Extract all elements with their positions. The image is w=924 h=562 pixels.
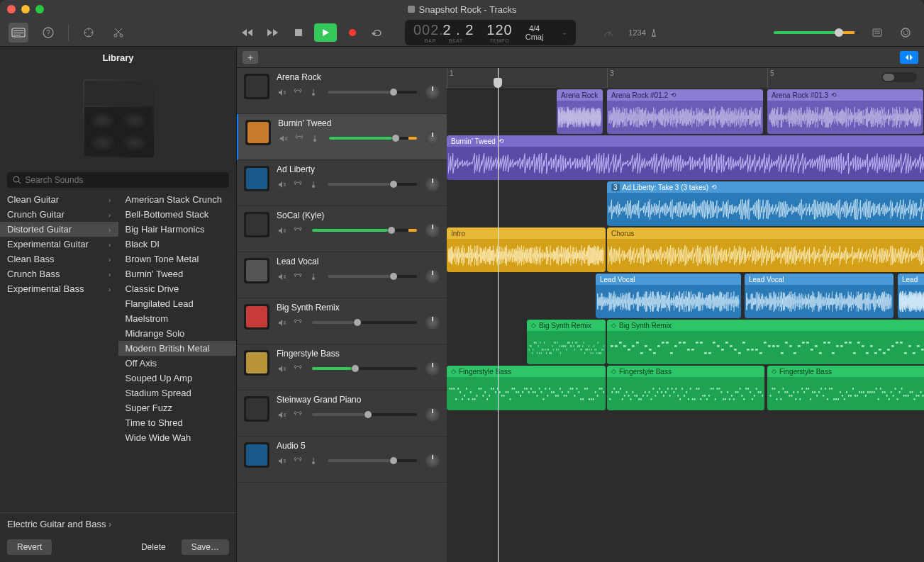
master-volume[interactable] xyxy=(774,31,859,34)
category-item[interactable]: Experimental Bass› xyxy=(0,281,118,296)
mute-button[interactable] xyxy=(277,87,288,97)
track-header[interactable]: Ad Liberty xyxy=(237,160,447,206)
cycle-button[interactable] xyxy=(368,25,388,40)
category-item[interactable]: Distorted Guitar› xyxy=(0,222,118,237)
volume-slider[interactable] xyxy=(328,459,417,462)
patch-item[interactable]: Bell-Bottomed Stack xyxy=(118,207,237,222)
solo-button[interactable] xyxy=(292,410,304,420)
region[interactable]: ◇Fingerstyle Bass xyxy=(607,366,764,410)
pan-knob[interactable] xyxy=(425,269,440,283)
track-header[interactable]: SoCal (Kyle) xyxy=(237,206,447,252)
mute-button[interactable] xyxy=(277,364,288,373)
mute-button[interactable] xyxy=(277,456,288,466)
patch-item[interactable]: Wide Wide Wah xyxy=(118,430,237,445)
solo-button[interactable] xyxy=(292,271,304,281)
solo-button[interactable] xyxy=(292,225,304,235)
patch-item[interactable]: Maelstrom xyxy=(118,311,237,326)
add-track-button[interactable]: + xyxy=(243,51,258,64)
region[interactable]: Arena Rock #01.3⟲ xyxy=(767,89,923,134)
mute-button[interactable] xyxy=(277,410,288,420)
track-header[interactable]: Audio 5 xyxy=(237,437,447,483)
input-monitor-button[interactable] xyxy=(308,456,319,466)
lcd-tempo[interactable]: 120 xyxy=(486,22,512,38)
solo-button[interactable] xyxy=(294,133,305,143)
volume-slider[interactable] xyxy=(312,321,417,324)
mute-button[interactable] xyxy=(277,317,288,327)
patch-item[interactable]: Burnin' Tweed xyxy=(118,266,237,281)
pan-knob[interactable] xyxy=(425,408,440,422)
patch-item[interactable]: Big Hair Harmonics xyxy=(118,222,237,237)
patch-item[interactable]: Brown Tone Metal xyxy=(118,252,237,266)
ruler[interactable]: 1357911 xyxy=(447,68,924,89)
patch-item[interactable]: Classic Drive xyxy=(118,281,237,296)
track-header[interactable]: Lead Vocal xyxy=(237,252,447,298)
region[interactable]: Intro xyxy=(447,227,606,272)
category-item[interactable]: Experimental Guitar› xyxy=(0,237,118,252)
pan-knob[interactable] xyxy=(425,85,440,99)
lcd-display[interactable]: 002.2.22 . 2 BARBEAT 120 TEMPO 4/4 Cmaj … xyxy=(405,20,576,45)
region[interactable]: Lead Vocal xyxy=(745,274,894,318)
region[interactable]: Arena Rock xyxy=(557,89,603,134)
mute-button[interactable] xyxy=(277,271,288,281)
lcd-expand[interactable]: ⌄ xyxy=(562,28,567,36)
region[interactable]: ◇Fingerstyle Bass xyxy=(767,366,924,410)
input-monitor-button[interactable] xyxy=(309,133,321,143)
patch-item[interactable]: Stadium Spread xyxy=(118,386,237,400)
category-item[interactable]: Crunch Bass› xyxy=(0,266,118,281)
timeline[interactable]: 1357911 Arena RockArena Rock #01.2⟲Arena… xyxy=(447,68,924,562)
volume-slider[interactable] xyxy=(329,137,417,140)
solo-button[interactable] xyxy=(292,456,304,466)
library-toggle[interactable] xyxy=(9,23,28,43)
save-button[interactable]: Save… xyxy=(182,539,229,555)
lcd-timesig[interactable]: 4/4 xyxy=(529,24,540,33)
region[interactable]: 3Ad Liberty: Take 3 (3 takes)⟲ xyxy=(607,181,924,226)
category-item[interactable]: Crunch Guitar› xyxy=(0,207,118,222)
region[interactable]: Lead Vocal xyxy=(596,274,741,318)
playhead[interactable] xyxy=(498,68,499,562)
solo-button[interactable] xyxy=(292,87,304,97)
input-monitor-button[interactable] xyxy=(308,179,319,189)
minimize-window[interactable] xyxy=(21,5,30,13)
patch-item[interactable]: Black DI xyxy=(118,237,237,252)
horizontal-zoom[interactable] xyxy=(881,72,917,82)
track-header[interactable]: Arena Rock xyxy=(237,68,447,114)
category-item[interactable]: Clean Bass› xyxy=(0,252,118,266)
track-header[interactable]: Fingerstyle Bass xyxy=(237,344,447,390)
metronome-icon[interactable] xyxy=(649,28,659,38)
search-input[interactable] xyxy=(25,175,223,185)
volume-slider[interactable] xyxy=(312,367,417,370)
track-header[interactable]: Burnin' Tweed xyxy=(237,114,447,160)
region[interactable]: Lead xyxy=(898,274,924,318)
patch-item[interactable]: Modern British Metal xyxy=(118,341,237,356)
volume-slider[interactable] xyxy=(312,413,417,416)
input-monitor-button[interactable] xyxy=(308,271,319,281)
volume-slider[interactable] xyxy=(328,91,417,94)
pan-knob[interactable] xyxy=(425,223,440,237)
close-window[interactable] xyxy=(7,5,16,13)
volume-slider[interactable] xyxy=(312,229,417,232)
smart-controls-icon[interactable] xyxy=(79,23,99,43)
pan-knob[interactable] xyxy=(425,454,440,468)
breadcrumb[interactable]: Electric Guitar and Bass › xyxy=(0,513,236,535)
patch-item[interactable]: Time to Shred xyxy=(118,415,237,430)
delete-button[interactable]: Delete xyxy=(131,539,176,555)
maximize-window[interactable] xyxy=(35,5,44,13)
patch-item[interactable]: Off Axis xyxy=(118,356,237,371)
region[interactable]: ◇Big Synth Remix xyxy=(607,320,924,364)
region[interactable]: ◇Fingerstyle Bass xyxy=(447,366,606,410)
forward-button[interactable] xyxy=(263,25,283,40)
solo-button[interactable] xyxy=(292,364,304,373)
pan-knob[interactable] xyxy=(425,131,440,145)
record-button[interactable] xyxy=(343,25,362,40)
region[interactable]: Burnin' Tweed⟲ xyxy=(447,135,924,180)
patch-item[interactable]: Souped Up Amp xyxy=(118,371,237,386)
input-monitor-button[interactable] xyxy=(308,87,319,97)
mute-button[interactable] xyxy=(277,179,288,189)
patch-item[interactable]: Midrange Solo xyxy=(118,326,237,341)
play-button[interactable] xyxy=(314,23,337,42)
mute-button[interactable] xyxy=(278,133,289,143)
patch-item[interactable]: American Stack Crunch xyxy=(118,192,237,207)
solo-button[interactable] xyxy=(292,179,304,189)
revert-button[interactable]: Revert xyxy=(7,539,52,555)
region[interactable]: ◇Big Synth Remix xyxy=(527,320,606,364)
